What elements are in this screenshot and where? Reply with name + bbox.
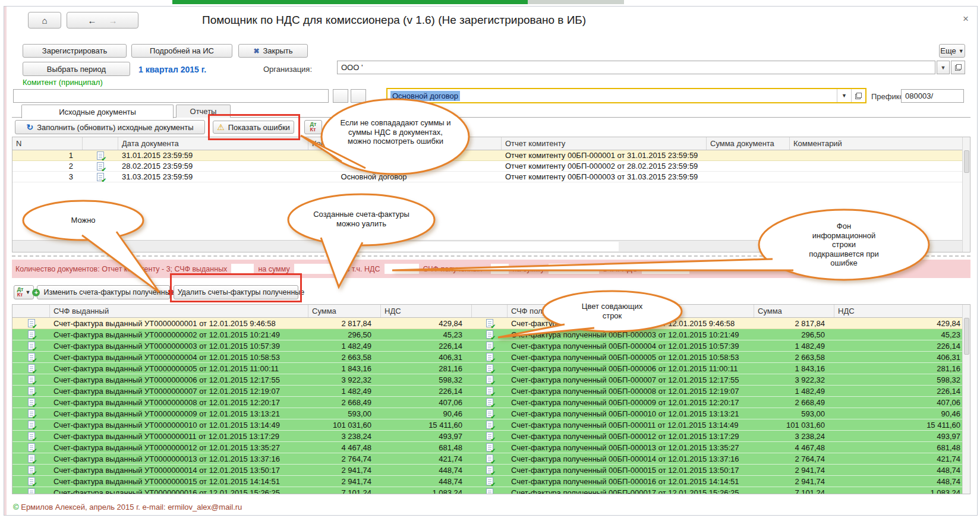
cell-iconL: ✔ — [12, 465, 50, 475]
cell-sum: 296,50 — [308, 329, 381, 340]
cell-vat2: 90,46 — [834, 408, 970, 419]
footer-text: Ермилов Алексей, апрель 2015 г. e-mail: … — [21, 503, 242, 511]
contract-dropdown-icon[interactable]: ▼ — [837, 89, 851, 102]
details-button[interactable]: Подробней на ИС — [131, 44, 232, 58]
table-row[interactable]: ✔Счет-фактура выданный УТ0000000014 от 1… — [12, 465, 970, 476]
document-check-icon: ✔ — [486, 488, 493, 494]
col-header-sum-right[interactable]: Сумма — [754, 305, 834, 317]
col-header-report[interactable]: Отчет комитенту — [502, 137, 707, 150]
table-row[interactable]: ✔Счет-фактура выданный УТ0000000011 от 1… — [12, 431, 970, 442]
app-window: ⌂ ← → Помощник по НДС для комиссионера (… — [0, 0, 980, 521]
cell-sum2: 1 843,16 — [754, 363, 834, 374]
cell-vat: 429,84 — [381, 318, 472, 329]
documents-table-scrollbar[interactable] — [962, 137, 970, 252]
table-row[interactable]: 1✔31.01.2015 23:59:59Отчет комитенту 00Б… — [12, 150, 970, 161]
document-check-icon: ✔ — [486, 375, 493, 384]
table-row[interactable]: ✔Счет-фактура выданный УТ0000000009 от 1… — [12, 408, 970, 419]
col-header-extra[interactable] — [439, 137, 502, 150]
table-row[interactable]: ✔Счет-фактура выданный УТ0000000006 от 1… — [12, 374, 970, 386]
cell-date: 28.02.2015 23:59:59 — [118, 161, 308, 171]
window-close-icon[interactable]: × — [963, 13, 969, 25]
invoices-table-scrollbar[interactable] — [962, 305, 970, 494]
table-row[interactable]: ✔Счет-фактура выданный УТ0000000004 от 1… — [12, 352, 970, 363]
table-row[interactable]: ✔Счет-фактура выданный УТ0000000013 от 1… — [12, 453, 970, 465]
fill-documents-button[interactable]: ↻ Заполнить (обновить) исходные документ… — [15, 120, 205, 134]
cell-contragent: Основной договор — [308, 172, 439, 182]
col-header-icon-right[interactable] — [472, 305, 508, 317]
prefix-input[interactable]: 080003/ — [901, 89, 964, 103]
col-header-sum[interactable]: Сумма документа — [707, 137, 790, 150]
table-row[interactable]: ✔Счет-фактура выданный УТ0000000003 от 1… — [12, 340, 970, 352]
edit-invoices-button[interactable]: + Изменить счета-фактуры полученные — [37, 285, 170, 299]
annotation-box-delete — [170, 273, 302, 302]
nav-buttons[interactable]: ← → — [67, 12, 138, 29]
cell-vat2: 448,74 — [834, 465, 970, 475]
principal-label: Комитент (принципал) — [23, 78, 103, 87]
back-icon[interactable]: ← — [88, 15, 97, 26]
col-header-comment[interactable]: Комментарий — [790, 137, 970, 150]
info-strip-text-6: в т.ч. НДС — [603, 265, 638, 273]
documents-table-rows: 1✔31.01.2015 23:59:59Отчет комитенту 00Б… — [12, 150, 970, 182]
col-header-icon[interactable] — [83, 137, 118, 150]
table-row[interactable]: ✔Счет-фактура выданный УТ0000000005 от 1… — [12, 363, 970, 374]
tab-source-documents[interactable]: Исходные документы — [21, 105, 174, 118]
top-gray-strip — [528, 0, 624, 4]
cell-issued: Счет-фактура выданный УТ0000000013 от 12… — [50, 453, 308, 464]
col-header-vat-left[interactable]: НДС — [381, 305, 472, 317]
organization-open-icon[interactable] — [951, 61, 965, 74]
close-x-icon: ✖ — [253, 47, 259, 55]
select-period-button[interactable]: Выбрать период — [23, 62, 130, 76]
col-header-contragent[interactable]: Контрагент — [308, 137, 439, 150]
contract-open-icon[interactable] — [851, 89, 865, 102]
cell-iconR: ✔ — [472, 465, 508, 475]
cell-vat2: 281,16 — [834, 363, 970, 374]
invoices-table: СЧФ выданный Сумма НДС СЧФ полученный Су… — [12, 304, 970, 494]
forward-icon[interactable]: → — [109, 15, 118, 26]
more-button[interactable]: Еще ▼ — [939, 44, 965, 58]
principal-small-button-1[interactable] — [333, 89, 348, 103]
table-row[interactable]: 2✔28.02.2015 23:59:59Отчет комитенту 00Б… — [12, 161, 970, 172]
dtkt-button-2[interactable]: ДтКт ▼ — [14, 285, 34, 299]
col-header-issued[interactable]: СЧФ выданный — [50, 305, 308, 317]
cell-iconL: ✔ — [12, 408, 50, 419]
table-row[interactable]: ✔Счет-фактура выданный УТ0000000002 от 1… — [12, 329, 970, 340]
col-header-vat-right[interactable]: НДС — [834, 305, 970, 317]
document-check-icon: ✔ — [486, 342, 493, 350]
cell-vat: 407,06 — [381, 397, 472, 408]
fill-documents-label: Заполнить (обновить) исходные документы — [37, 123, 193, 132]
cell-vat: 15 411,60 — [381, 419, 472, 430]
table-row[interactable]: ✔Счет-фактура выданный УТ0000000008 от 1… — [12, 397, 970, 408]
cell-vat2: 421,74 — [834, 453, 970, 464]
col-header-n[interactable]: N — [12, 137, 83, 150]
select-period-label: Выбрать период — [47, 65, 106, 74]
cell-sum2: 296,50 — [754, 329, 834, 340]
col-header-received[interactable]: СЧФ полученный — [508, 305, 754, 317]
table-row[interactable]: 3✔31.03.2015 23:59:59Основной договорОтч… — [12, 172, 970, 182]
table-row[interactable]: ✔Счет-фактура выданный УТ0000000001 от 1… — [12, 318, 970, 329]
principal-small-button-2[interactable] — [351, 89, 366, 103]
table-row[interactable]: ✔Счет-фактура выданный УТ0000000015 от 1… — [12, 476, 970, 487]
home-button[interactable]: ⌂ — [28, 12, 61, 29]
cell-icon: ✔ — [83, 172, 118, 182]
document-check-icon: ✔ — [486, 319, 493, 327]
period-value[interactable]: 1 квартал 2015 г. — [138, 65, 206, 74]
organization-dropdown-icon[interactable]: ▼ — [937, 61, 950, 74]
invoices-table-header: СЧФ выданный Сумма НДС СЧФ полученный Су… — [12, 305, 970, 318]
table-row[interactable]: ✔Счет-фактура выданный УТ0000000012 от 1… — [12, 442, 970, 453]
organization-input[interactable]: ООО ' — [337, 61, 935, 74]
contract-value: Основной договор — [390, 91, 460, 101]
contract-combo[interactable]: Основной договор ▼ — [386, 88, 866, 103]
cell-vat: 1 083,24 — [381, 487, 472, 494]
principal-input[interactable] — [13, 89, 329, 103]
table-row[interactable]: ✔Счет-фактура выданный УТ0000000016 от 1… — [12, 487, 970, 494]
dtkt-button[interactable]: ДтКт — [304, 120, 322, 134]
document-check-icon: ✔ — [28, 319, 35, 327]
table-row[interactable]: ✔Счет-фактура выданный УТ0000000007 от 1… — [12, 386, 970, 397]
register-button[interactable]: Зарегистрировать — [23, 44, 127, 58]
info-strip-blank-4 — [491, 264, 509, 274]
close-button[interactable]: ✖ Закрыть — [238, 44, 308, 58]
col-header-icon-left[interactable] — [12, 305, 50, 317]
info-strip-text-1: Количество документов: Отчет комитенту -… — [15, 265, 227, 273]
table-row[interactable]: ✔Счет-фактура выданный УТ0000000010 от 1… — [12, 419, 970, 431]
col-header-sum-left[interactable]: Сумма — [308, 305, 381, 317]
